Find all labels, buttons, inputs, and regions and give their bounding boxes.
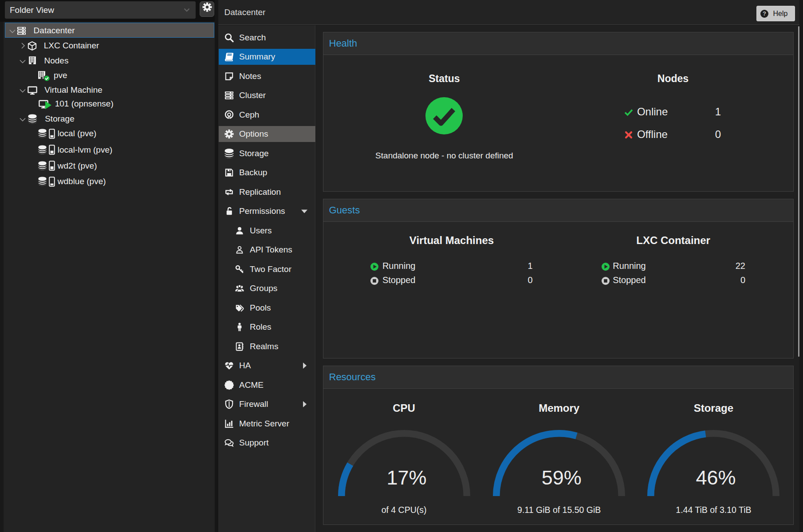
svg-text:?: ? [763,10,766,17]
